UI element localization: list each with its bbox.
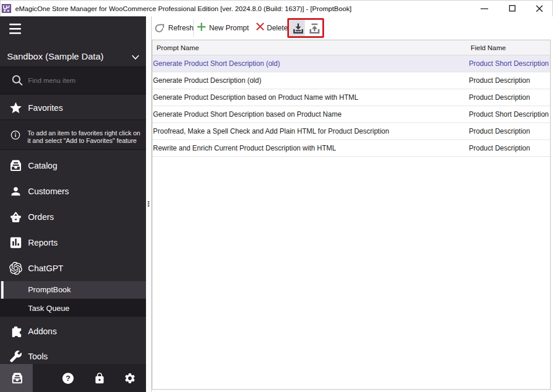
- svg-text:?: ?: [65, 374, 70, 383]
